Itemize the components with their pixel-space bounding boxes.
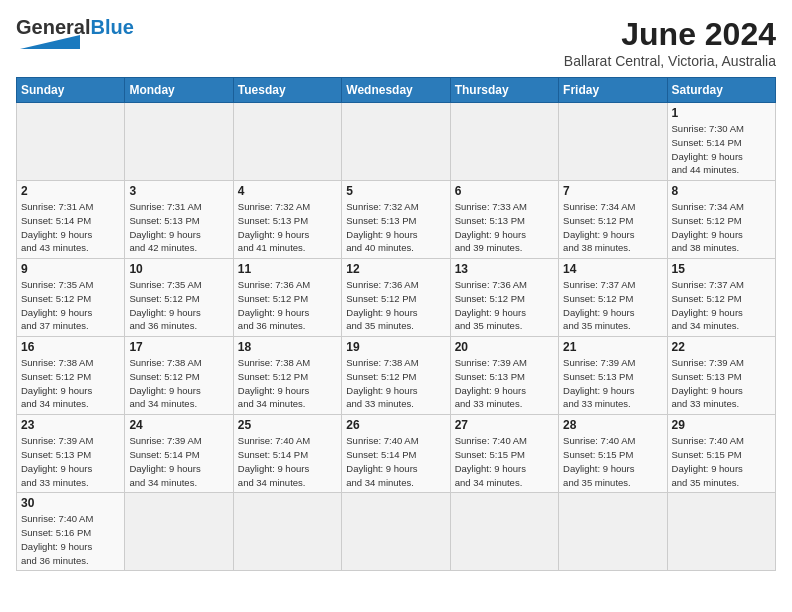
day-number: 5 — [346, 184, 445, 198]
calendar-cell: 26Sunrise: 7:40 AM Sunset: 5:14 PM Dayli… — [342, 415, 450, 493]
day-info: Sunrise: 7:38 AM Sunset: 5:12 PM Dayligh… — [21, 356, 120, 411]
calendar-cell: 4Sunrise: 7:32 AM Sunset: 5:13 PM Daylig… — [233, 181, 341, 259]
day-info: Sunrise: 7:40 AM Sunset: 5:14 PM Dayligh… — [238, 434, 337, 489]
calendar-table: SundayMondayTuesdayWednesdayThursdayFrid… — [16, 77, 776, 571]
day-info: Sunrise: 7:36 AM Sunset: 5:12 PM Dayligh… — [346, 278, 445, 333]
calendar-cell: 11Sunrise: 7:36 AM Sunset: 5:12 PM Dayli… — [233, 259, 341, 337]
calendar-cell: 8Sunrise: 7:34 AM Sunset: 5:12 PM Daylig… — [667, 181, 775, 259]
day-number: 18 — [238, 340, 337, 354]
day-header-friday: Friday — [559, 78, 667, 103]
calendar-cell: 24Sunrise: 7:39 AM Sunset: 5:14 PM Dayli… — [125, 415, 233, 493]
calendar-week-3: 9Sunrise: 7:35 AM Sunset: 5:12 PM Daylig… — [17, 259, 776, 337]
day-number: 8 — [672, 184, 771, 198]
calendar-cell: 17Sunrise: 7:38 AM Sunset: 5:12 PM Dayli… — [125, 337, 233, 415]
calendar-cell — [342, 103, 450, 181]
day-info: Sunrise: 7:39 AM Sunset: 5:13 PM Dayligh… — [21, 434, 120, 489]
day-info: Sunrise: 7:38 AM Sunset: 5:12 PM Dayligh… — [238, 356, 337, 411]
day-header-tuesday: Tuesday — [233, 78, 341, 103]
calendar-cell: 20Sunrise: 7:39 AM Sunset: 5:13 PM Dayli… — [450, 337, 558, 415]
day-number: 15 — [672, 262, 771, 276]
day-info: Sunrise: 7:32 AM Sunset: 5:13 PM Dayligh… — [238, 200, 337, 255]
day-number: 11 — [238, 262, 337, 276]
logo: General Blue — [16, 16, 134, 49]
day-number: 28 — [563, 418, 662, 432]
day-number: 14 — [563, 262, 662, 276]
day-info: Sunrise: 7:39 AM Sunset: 5:13 PM Dayligh… — [563, 356, 662, 411]
location-title: Ballarat Central, Victoria, Australia — [564, 53, 776, 69]
day-info: Sunrise: 7:39 AM Sunset: 5:14 PM Dayligh… — [129, 434, 228, 489]
svg-marker-0 — [20, 35, 80, 49]
header-section: General Blue June 2024 Ballarat Central,… — [16, 16, 776, 69]
day-info: Sunrise: 7:39 AM Sunset: 5:13 PM Dayligh… — [455, 356, 554, 411]
day-number: 27 — [455, 418, 554, 432]
calendar-cell: 15Sunrise: 7:37 AM Sunset: 5:12 PM Dayli… — [667, 259, 775, 337]
calendar-cell — [17, 103, 125, 181]
day-info: Sunrise: 7:33 AM Sunset: 5:13 PM Dayligh… — [455, 200, 554, 255]
day-number: 9 — [21, 262, 120, 276]
day-info: Sunrise: 7:38 AM Sunset: 5:12 PM Dayligh… — [346, 356, 445, 411]
calendar-week-6: 30Sunrise: 7:40 AM Sunset: 5:16 PM Dayli… — [17, 493, 776, 571]
calendar-week-2: 2Sunrise: 7:31 AM Sunset: 5:14 PM Daylig… — [17, 181, 776, 259]
calendar-cell — [342, 493, 450, 571]
calendar-cell: 28Sunrise: 7:40 AM Sunset: 5:15 PM Dayli… — [559, 415, 667, 493]
day-number: 3 — [129, 184, 228, 198]
title-section: June 2024 Ballarat Central, Victoria, Au… — [564, 16, 776, 69]
calendar-cell: 22Sunrise: 7:39 AM Sunset: 5:13 PM Dayli… — [667, 337, 775, 415]
day-number: 21 — [563, 340, 662, 354]
calendar-cell — [233, 103, 341, 181]
day-info: Sunrise: 7:36 AM Sunset: 5:12 PM Dayligh… — [455, 278, 554, 333]
day-info: Sunrise: 7:31 AM Sunset: 5:13 PM Dayligh… — [129, 200, 228, 255]
day-info: Sunrise: 7:40 AM Sunset: 5:16 PM Dayligh… — [21, 512, 120, 567]
calendar-cell — [233, 493, 341, 571]
calendar-cell — [667, 493, 775, 571]
calendar-cell: 12Sunrise: 7:36 AM Sunset: 5:12 PM Dayli… — [342, 259, 450, 337]
day-info: Sunrise: 7:40 AM Sunset: 5:15 PM Dayligh… — [672, 434, 771, 489]
day-info: Sunrise: 7:35 AM Sunset: 5:12 PM Dayligh… — [21, 278, 120, 333]
day-info: Sunrise: 7:40 AM Sunset: 5:14 PM Dayligh… — [346, 434, 445, 489]
calendar-cell — [125, 493, 233, 571]
day-number: 19 — [346, 340, 445, 354]
calendar-week-4: 16Sunrise: 7:38 AM Sunset: 5:12 PM Dayli… — [17, 337, 776, 415]
calendar-cell: 9Sunrise: 7:35 AM Sunset: 5:12 PM Daylig… — [17, 259, 125, 337]
day-header-thursday: Thursday — [450, 78, 558, 103]
calendar-cell: 16Sunrise: 7:38 AM Sunset: 5:12 PM Dayli… — [17, 337, 125, 415]
day-info: Sunrise: 7:40 AM Sunset: 5:15 PM Dayligh… — [563, 434, 662, 489]
day-info: Sunrise: 7:31 AM Sunset: 5:14 PM Dayligh… — [21, 200, 120, 255]
day-number: 16 — [21, 340, 120, 354]
calendar-cell — [450, 103, 558, 181]
day-info: Sunrise: 7:37 AM Sunset: 5:12 PM Dayligh… — [672, 278, 771, 333]
day-header-monday: Monday — [125, 78, 233, 103]
day-number: 6 — [455, 184, 554, 198]
calendar-cell — [125, 103, 233, 181]
calendar-cell: 13Sunrise: 7:36 AM Sunset: 5:12 PM Dayli… — [450, 259, 558, 337]
day-number: 1 — [672, 106, 771, 120]
day-number: 29 — [672, 418, 771, 432]
day-header-sunday: Sunday — [17, 78, 125, 103]
calendar-cell — [559, 103, 667, 181]
day-info: Sunrise: 7:39 AM Sunset: 5:13 PM Dayligh… — [672, 356, 771, 411]
day-header-saturday: Saturday — [667, 78, 775, 103]
calendar-cell — [559, 493, 667, 571]
logo-icon — [20, 35, 80, 49]
day-info: Sunrise: 7:38 AM Sunset: 5:12 PM Dayligh… — [129, 356, 228, 411]
calendar-cell: 6Sunrise: 7:33 AM Sunset: 5:13 PM Daylig… — [450, 181, 558, 259]
day-number: 23 — [21, 418, 120, 432]
calendar-cell: 27Sunrise: 7:40 AM Sunset: 5:15 PM Dayli… — [450, 415, 558, 493]
calendar-cell: 23Sunrise: 7:39 AM Sunset: 5:13 PM Dayli… — [17, 415, 125, 493]
calendar-cell: 5Sunrise: 7:32 AM Sunset: 5:13 PM Daylig… — [342, 181, 450, 259]
calendar-cell: 3Sunrise: 7:31 AM Sunset: 5:13 PM Daylig… — [125, 181, 233, 259]
day-info: Sunrise: 7:34 AM Sunset: 5:12 PM Dayligh… — [563, 200, 662, 255]
day-info: Sunrise: 7:34 AM Sunset: 5:12 PM Dayligh… — [672, 200, 771, 255]
day-info: Sunrise: 7:37 AM Sunset: 5:12 PM Dayligh… — [563, 278, 662, 333]
month-title: June 2024 — [564, 16, 776, 53]
calendar-cell: 1Sunrise: 7:30 AM Sunset: 5:14 PM Daylig… — [667, 103, 775, 181]
calendar-week-1: 1Sunrise: 7:30 AM Sunset: 5:14 PM Daylig… — [17, 103, 776, 181]
calendar-cell: 18Sunrise: 7:38 AM Sunset: 5:12 PM Dayli… — [233, 337, 341, 415]
day-number: 30 — [21, 496, 120, 510]
calendar-cell: 2Sunrise: 7:31 AM Sunset: 5:14 PM Daylig… — [17, 181, 125, 259]
calendar-cell: 7Sunrise: 7:34 AM Sunset: 5:12 PM Daylig… — [559, 181, 667, 259]
day-number: 4 — [238, 184, 337, 198]
day-number: 26 — [346, 418, 445, 432]
day-info: Sunrise: 7:40 AM Sunset: 5:15 PM Dayligh… — [455, 434, 554, 489]
day-info: Sunrise: 7:30 AM Sunset: 5:14 PM Dayligh… — [672, 122, 771, 177]
